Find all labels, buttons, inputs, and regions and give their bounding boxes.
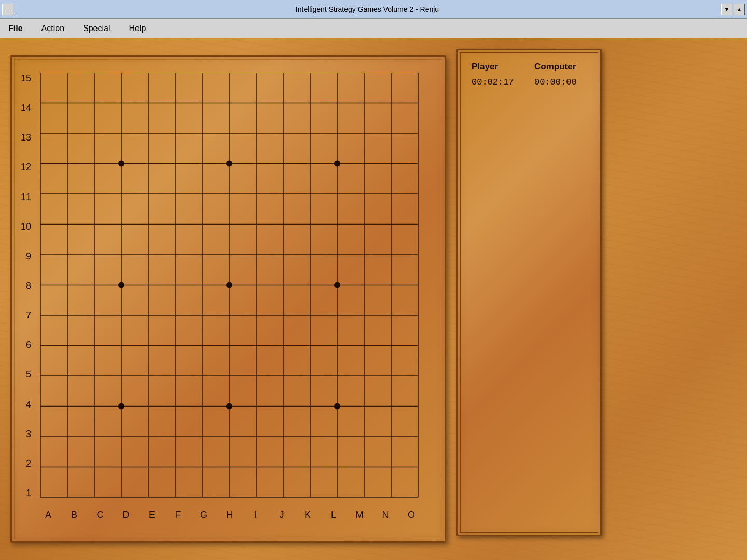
col-label-O: O (404, 510, 419, 521)
row-label-1: 1 (16, 487, 31, 498)
col-label-N: N (378, 510, 393, 521)
player-header: Player (466, 59, 529, 75)
col-label-J: J (274, 510, 289, 521)
row-label-7: 7 (16, 310, 31, 320)
row-label-3: 3 (16, 428, 31, 439)
col-label-D: D (118, 510, 134, 521)
row-label-13: 13 (16, 132, 31, 142)
row-label-11: 11 (16, 191, 31, 202)
board-container[interactable]: 1 2 3 4 5 6 7 8 9 10 11 12 13 14 15 (10, 55, 446, 543)
col-label-F: F (170, 510, 186, 521)
game-grid[interactable] (40, 73, 419, 498)
row-label-8: 8 (16, 280, 31, 290)
menu-help[interactable]: Help (125, 22, 150, 35)
col-label-B: B (66, 510, 82, 521)
col-label-I: I (248, 510, 264, 521)
row-label-10: 10 (16, 221, 31, 231)
row-label-5: 5 (16, 369, 31, 379)
menu-file[interactable]: File (4, 22, 27, 35)
row-label-15: 15 (16, 73, 31, 83)
menu-bar: File Action Special Help (0, 19, 747, 38)
menu-special[interactable]: Special (79, 22, 114, 35)
title-bar: — Intelligent Strategy Games Volume 2 - … (0, 0, 747, 19)
row-label-9: 9 (16, 250, 31, 261)
menu-action[interactable]: Action (37, 22, 68, 35)
svg-point-35 (334, 282, 340, 288)
col-label-K: K (300, 510, 315, 521)
info-panel: Player Computer 00:02:17 00:00:00 (457, 49, 602, 536)
grid-wrapper[interactable]: 1 2 3 4 5 6 7 8 9 10 11 12 13 14 15 (40, 73, 419, 498)
col-label-E: E (144, 510, 160, 521)
svg-point-34 (226, 282, 232, 288)
maximize-button[interactable]: ▲ (734, 4, 745, 15)
svg-point-36 (118, 403, 125, 410)
svg-point-37 (226, 403, 232, 410)
svg-point-38 (334, 403, 340, 410)
row-label-14: 14 (16, 102, 31, 113)
col-label-H: H (222, 510, 238, 521)
title-bar-left-controls: — (2, 4, 13, 15)
col-label-G: G (196, 510, 212, 521)
svg-point-33 (118, 282, 125, 288)
title-bar-right-controls: ▼ ▲ (721, 4, 745, 15)
col-label-A: A (40, 510, 56, 521)
system-menu-button[interactable]: — (2, 4, 13, 15)
svg-point-30 (118, 161, 125, 167)
row-labels: 1 2 3 4 5 6 7 8 9 10 11 12 13 14 15 (16, 73, 31, 498)
row-label-12: 12 (16, 161, 31, 172)
row-label-4: 4 (16, 399, 31, 409)
svg-point-32 (334, 161, 340, 167)
row-label-6: 6 (16, 339, 31, 349)
computer-time: 00:00:00 (529, 75, 592, 89)
col-label-M: M (352, 510, 367, 521)
window-title: Intelligent Strategy Games Volume 2 - Re… (13, 5, 721, 13)
col-label-C: C (92, 510, 108, 521)
col-labels: A B C D E F G H I J K L M N O (40, 510, 419, 521)
score-table: Player Computer 00:02:17 00:00:00 (466, 59, 592, 89)
row-label-2: 2 (16, 458, 31, 468)
minimize-button[interactable]: ▼ (721, 4, 732, 15)
player-time: 00:02:17 (466, 75, 529, 89)
svg-point-31 (226, 161, 232, 167)
computer-header: Computer (529, 59, 592, 75)
main-area: 1 2 3 4 5 6 7 8 9 10 11 12 13 14 15 (0, 38, 747, 560)
col-label-L: L (326, 510, 341, 521)
